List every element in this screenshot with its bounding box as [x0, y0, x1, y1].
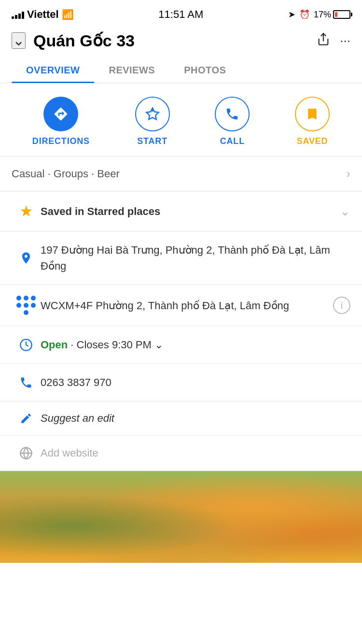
more-button[interactable]: ··· — [340, 33, 350, 48]
globe-icon — [12, 446, 41, 460]
hours-text: Open · Closes 9:30 PM ⌄ — [41, 337, 350, 353]
call-icon-circle — [215, 97, 250, 131]
tab-photos[interactable]: PHOTOS — [169, 58, 240, 83]
closes-text: · Closes 9:30 PM — [70, 339, 152, 351]
categories-row[interactable]: Casual · Groups · Beer › — [0, 157, 362, 191]
directions-icon-circle — [43, 97, 78, 131]
directions-button[interactable]: DIRECTIONS — [32, 97, 90, 146]
edit-pencil-icon — [12, 412, 41, 425]
status-time: 11:51 AM — [158, 8, 203, 21]
info-circle-icon[interactable]: i — [333, 297, 350, 314]
saved-label: SAVED — [297, 136, 328, 146]
battery-percentage: 17% — [314, 10, 331, 20]
clock-icon — [12, 338, 41, 352]
suggest-edit-text: Suggest an edit — [41, 412, 114, 425]
alarm-icon: ⏰ — [299, 9, 310, 20]
header-actions: ··· — [317, 32, 350, 49]
saved-in-text: Saved in Starred places — [41, 203, 340, 219]
start-label: START — [137, 136, 167, 146]
directions-label: DIRECTIONS — [32, 136, 90, 146]
saved-icon-circle — [295, 97, 330, 131]
add-website-row[interactable]: Add website — [0, 436, 362, 471]
battery-indicator: 17% — [314, 10, 350, 20]
phone-number: 0263 3837 970 — [41, 374, 350, 390]
saved-in-row[interactable]: ★ Saved in Starred places ⌄ — [0, 191, 362, 231]
call-label: CALL — [220, 136, 245, 146]
suggest-edit-row[interactable]: Suggest an edit — [0, 401, 362, 436]
battery-icon — [333, 10, 350, 19]
saved-dropdown-icon: ⌄ — [340, 204, 350, 219]
hours-row[interactable]: Open · Closes 9:30 PM ⌄ — [0, 326, 362, 364]
saved-button[interactable]: SAVED — [295, 97, 330, 146]
back-button[interactable]: ⌄ — [12, 32, 26, 49]
add-website-text: Add website — [41, 447, 98, 459]
address-text: 197 Đường Hai Bà Trưng, Phường 2, Thành … — [41, 242, 350, 274]
carrier-signal: Viettel 📶 — [12, 8, 74, 21]
start-button[interactable]: START — [135, 97, 170, 146]
action-buttons-row: DIRECTIONS START CALL SAVED — [0, 83, 362, 157]
food-photo[interactable] — [0, 471, 362, 563]
plus-code-icon — [12, 296, 41, 315]
header: ⌄ Quán Gốc 33 ··· — [0, 26, 362, 58]
tab-overview[interactable]: OVERVIEW — [12, 58, 94, 83]
wifi-icon: 📶 — [62, 9, 74, 20]
categories-chevron-icon: › — [346, 166, 350, 181]
start-icon-circle — [135, 97, 170, 131]
svg-line-4 — [153, 109, 154, 111]
plus-code-text: WCXM+4F Phường 2, Thành phố Đà Lạt, Lâm … — [41, 298, 328, 314]
tabs-bar: OVERVIEW REVIEWS PHOTOS — [0, 58, 362, 83]
plus-code-row[interactable]: WCXM+4F Phường 2, Thành phố Đà Lạt, Lâm … — [0, 285, 362, 326]
carrier-name: Viettel — [27, 8, 59, 21]
phone-row[interactable]: 0263 3837 970 — [0, 364, 362, 401]
status-right: ➤ ⏰ 17% — [288, 9, 350, 20]
phone-icon — [12, 376, 41, 389]
page-title: Quán Gốc 33 — [33, 31, 317, 50]
tab-reviews[interactable]: REVIEWS — [94, 58, 169, 83]
categories-text: Casual · Groups · Beer — [12, 168, 346, 180]
star-icon: ★ — [12, 202, 41, 220]
location-pin-icon — [12, 251, 41, 265]
location-icon: ➤ — [288, 9, 295, 20]
call-button[interactable]: CALL — [215, 97, 250, 146]
open-status: Open — [41, 339, 68, 351]
share-button[interactable] — [317, 32, 330, 49]
address-row[interactable]: 197 Đường Hai Bà Trưng, Phường 2, Thành … — [0, 231, 362, 285]
signal-icon — [12, 10, 24, 19]
status-bar: Viettel 📶 11:51 AM ➤ ⏰ 17% — [0, 0, 362, 26]
